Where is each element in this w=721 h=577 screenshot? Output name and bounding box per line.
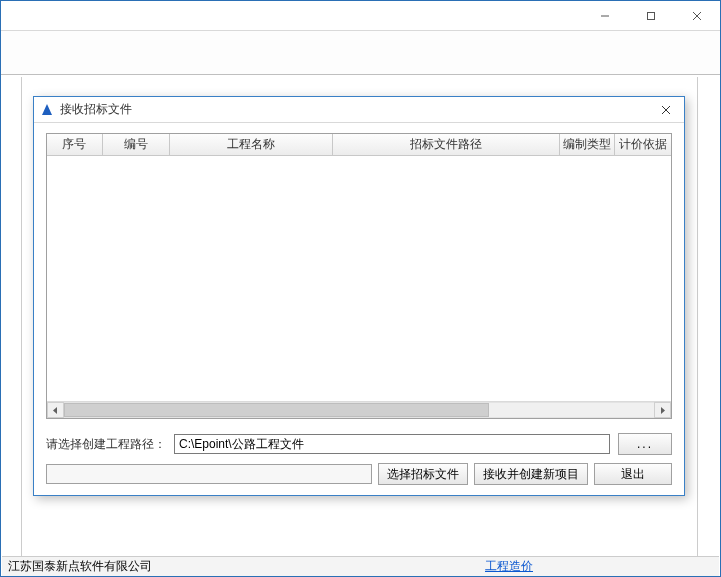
parent-ribbon	[1, 31, 720, 75]
left-rail	[2, 77, 22, 556]
grid-header: 序号 编号 工程名称 招标文件路径 编制类型 计价依据	[47, 134, 671, 156]
dialog-title: 接收招标文件	[60, 101, 652, 118]
col-basis[interactable]: 计价依据	[615, 134, 671, 156]
browse-button[interactable]: ...	[618, 433, 672, 455]
create-path-input[interactable]	[174, 434, 610, 454]
progress-bar	[46, 464, 372, 484]
grid-rows	[47, 156, 671, 401]
tender-grid: 序号 编号 工程名称 招标文件路径 编制类型 计价依据	[46, 133, 672, 419]
parent-minimize-button[interactable]	[582, 1, 628, 30]
scroll-thumb[interactable]	[64, 403, 489, 417]
svg-marker-7	[53, 407, 57, 414]
dialog-app-icon	[40, 103, 54, 117]
parent-close-button[interactable]	[674, 1, 720, 30]
close-icon	[661, 105, 671, 115]
scroll-track[interactable]	[64, 402, 654, 418]
select-tender-button[interactable]: 选择招标文件	[378, 463, 468, 485]
dialog-body: 序号 编号 工程名称 招标文件路径 编制类型 计价依据	[34, 123, 684, 495]
svg-rect-1	[648, 12, 655, 19]
dialog-titlebar: 接收招标文件	[34, 97, 684, 123]
status-link-pricing[interactable]: 工程造价	[485, 558, 533, 575]
create-path-row: 请选择创建工程路径： ...	[46, 433, 672, 455]
col-seq[interactable]: 序号	[47, 134, 103, 156]
right-rail	[697, 77, 719, 556]
scroll-right-button[interactable]	[654, 402, 671, 418]
parent-maximize-button[interactable]	[628, 1, 674, 30]
parent-titlebar	[1, 1, 720, 31]
create-path-label: 请选择创建工程路径：	[46, 436, 166, 453]
exit-button[interactable]: 退出	[594, 463, 672, 485]
svg-marker-4	[42, 104, 52, 115]
col-code[interactable]: 编号	[103, 134, 171, 156]
accept-create-button[interactable]: 接收并创建新项目	[474, 463, 588, 485]
col-name[interactable]: 工程名称	[170, 134, 333, 156]
dialog-close-button[interactable]	[652, 100, 680, 120]
grid-hscrollbar[interactable]	[47, 401, 671, 418]
svg-marker-8	[661, 407, 665, 414]
parent-statusbar: 江苏国泰新点软件有限公司 工程造价	[2, 556, 719, 576]
minimize-icon	[600, 11, 610, 21]
close-icon	[692, 11, 702, 21]
maximize-icon	[646, 11, 656, 21]
chevron-right-icon	[659, 407, 666, 414]
col-type[interactable]: 编制类型	[560, 134, 616, 156]
receive-tender-dialog: 接收招标文件 序号 编号 工程名称 招标文件路径 编制类型 计价依据	[33, 96, 685, 496]
chevron-left-icon	[52, 407, 59, 414]
scroll-left-button[interactable]	[47, 402, 64, 418]
button-row: 选择招标文件 接收并创建新项目 退出	[46, 463, 672, 485]
col-path[interactable]: 招标文件路径	[333, 134, 560, 156]
status-company: 江苏国泰新点软件有限公司	[8, 558, 152, 575]
